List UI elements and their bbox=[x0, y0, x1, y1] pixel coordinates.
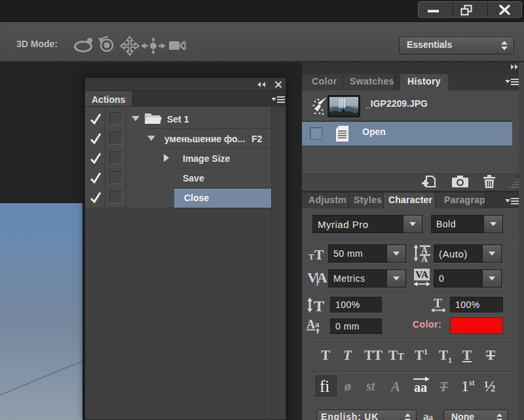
svg-text:a: a bbox=[315, 319, 320, 329]
svg-text:T: T bbox=[434, 297, 442, 310]
svg-text:T: T bbox=[314, 297, 324, 313]
svg-text:A: A bbox=[421, 254, 428, 262]
svg-text:A: A bbox=[307, 318, 315, 331]
